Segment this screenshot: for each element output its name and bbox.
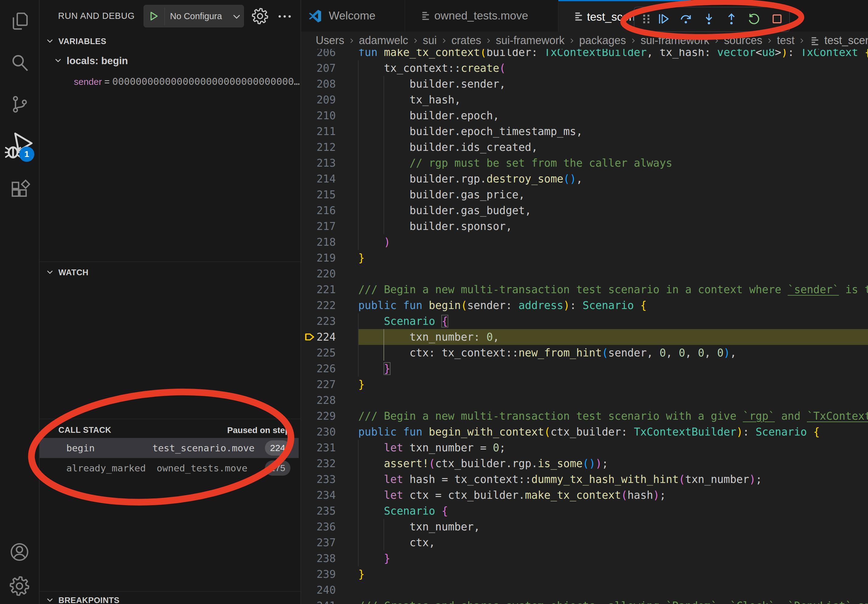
dbg-stepover[interactable] (679, 12, 693, 27)
dbg-continue[interactable] (657, 12, 671, 27)
icon-extensions[interactable] (9, 179, 30, 201)
dbg-stepout[interactable] (724, 12, 738, 27)
paused-on-step: Paused on step (227, 426, 290, 435)
watch-title: WATCH (58, 268, 301, 277)
tab-welcome[interactable]: Welcome (301, 0, 405, 32)
sidebar-title: RUN AND DEBUG (58, 0, 135, 32)
editor-group: 206 207 208 209 210 211 212 213 214 215 … (301, 0, 868, 604)
breadcrumbs: Usersadamwelcsuicratessui-frameworkpacka… (301, 32, 868, 49)
icon-explorer[interactable] (9, 10, 30, 33)
icon-gear[interactable] (251, 7, 269, 26)
dbg-stepinto[interactable] (702, 12, 716, 27)
variables-title: VARIABLES (58, 37, 301, 46)
stack-arrow (304, 331, 316, 344)
vscode-debugger: 1 RUN AND DEBUG No Configura VARIABLES l… (0, 0, 868, 604)
debug-toolbar (634, 7, 790, 32)
tab-owned-tests[interactable]: owned_tests.move (405, 0, 558, 32)
icon-scm[interactable] (9, 94, 30, 116)
dbg-stop[interactable] (770, 12, 784, 27)
launch-config[interactable]: No Configura (144, 5, 244, 27)
breakpoints-title: BREAKPOINTS (58, 596, 301, 604)
sidebar-run-debug: RUN AND DEBUG No Configura VARIABLES loc… (40, 0, 301, 604)
debug-badge: 1 (19, 147, 34, 162)
frame-begin[interactable]: begin test_scenario.move 224 (40, 438, 299, 458)
code: 206 207 208 209 210 211 212 213 214 215 … (301, 0, 868, 604)
activity-bar: 1 (0, 0, 40, 604)
var-sender: sender = 0000000000000000000000000000000… (74, 76, 299, 87)
dbg-restart[interactable] (747, 12, 761, 27)
icon-account[interactable] (9, 541, 30, 564)
locals-begin: locals: begin (67, 55, 128, 67)
dbg-grip (640, 12, 653, 27)
frame-already-marked[interactable]: already_marked owned_tests.move 275 (40, 458, 299, 478)
icon-settings[interactable] (9, 575, 30, 598)
icon-more[interactable] (276, 8, 293, 26)
icon-search[interactable] (9, 52, 30, 75)
